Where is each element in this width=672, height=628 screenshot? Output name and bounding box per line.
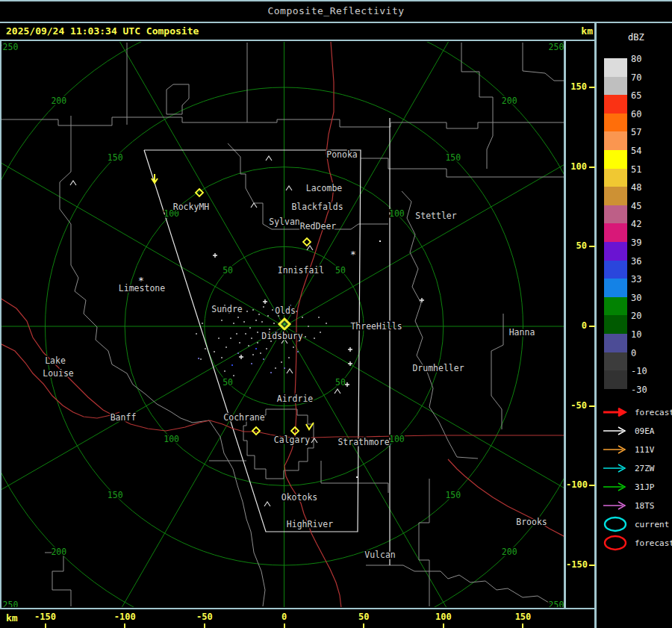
county-boundary [45,553,71,606]
echo-dot [297,351,299,352]
echo-dot [214,351,215,352]
county-boundary [321,461,388,493]
echo-dot [246,311,248,312]
colorbar-band [604,352,627,371]
map-layers: 5050505010010010010015015015015020020020… [1,42,564,607]
county-boundary [167,84,189,114]
radar-map[interactable]: 5050505010010010010015015015015020020020… [1,42,564,607]
city-label: Sylvan [269,217,300,227]
y-tick-label: -50 [566,400,587,411]
echo-dot [245,333,246,335]
city-label: Ponoka [326,149,358,160]
echo-dot [251,363,252,364]
echo-dot [243,321,245,323]
echo-dot [248,345,249,346]
legend-item: 111V [602,443,655,456]
echo-dot [237,352,239,354]
echo-dot [356,476,358,478]
y-tick-label: 0 [566,320,587,331]
colorbar-value-label: 42 [631,219,661,229]
echo-dot [320,332,321,333]
echo-dot [221,320,223,321]
plus-marker [239,355,243,359]
colorbar-band [604,205,627,224]
x-axis-unit-label: km [6,612,18,624]
echo-dot [233,375,234,376]
legend-item-label: 111V [635,445,655,455]
echo-dot [272,309,273,311]
range-ring-label: 250 [549,600,564,607]
colorbar-title: dBZ [628,32,644,43]
x-tick-label: 50 [346,612,382,622]
echo-dot [225,346,227,348]
echo-dot [205,348,206,349]
range-ring-label: 250 [549,42,564,52]
range-ring-label: 100 [389,434,405,444]
y-axis-unit-label: km [567,25,593,37]
colorbar-band [604,58,627,77]
caret-marker [335,389,340,394]
x-tick-mark [45,624,46,628]
echo-dot [326,323,327,324]
city-label: HighRiver [287,519,333,529]
echo-dot [275,367,276,369]
radial-line [1,326,284,526]
caret-marker [251,203,257,208]
range-ring-label: 200 [502,96,517,106]
range-ring-label: 150 [445,490,461,500]
window-title: Composite_Reflectivity [0,5,672,16]
city-label: Limestone [119,283,165,293]
range-ring-label: 250 [3,600,19,607]
echo-dot [266,348,267,349]
legend-arrow-icon [602,406,630,418]
colorbar-value-label: 80 [631,54,661,64]
echo-dot [252,354,254,355]
city-label: ThreeHills [350,321,402,332]
city-label: Brooks [516,517,547,527]
echo-dot [257,342,258,343]
legend-item: 31JP [602,480,655,494]
legend-item: 09EA [602,424,655,438]
colorbar-band [604,131,627,150]
legend-arrow-icon [602,500,630,512]
y-tick-mark [589,565,595,566]
range-ring-label: 200 [502,547,517,557]
echo-dot [263,358,264,360]
map-frame-top [0,40,596,41]
county-boundary [60,116,71,265]
legend-arrow-icon [602,462,630,474]
city-label: Olds [275,305,296,316]
legend-arrow-icon [602,444,630,456]
colorbar-band [604,77,627,96]
colorbar-value-label: 65 [631,90,661,101]
legend-item: 18TS [602,499,655,512]
y-tick-label: 50 [566,240,587,251]
colorbar-value-label: 39 [631,237,661,248]
echo-dot [249,327,251,329]
echo-dot [302,317,303,318]
y-tick-mark [589,246,595,247]
colorbar-value-label: 60 [631,109,661,119]
city-label: Didsbury [261,331,302,341]
colorbar-band [604,334,627,352]
range-ring-label: 100 [389,208,405,219]
county-boundary [209,420,265,606]
county-boundary [461,43,493,169]
echo-dot [273,323,275,324]
y-tick-mark [589,485,595,486]
echo-dot [269,329,270,330]
x-tick-mark [522,624,523,628]
range-ring-label: 50 [223,377,233,388]
legend-arrow-icon [602,425,630,437]
radial-line [284,326,564,526]
county-boundary [419,479,429,606]
plus-marker [213,253,217,258]
echo-dot [251,338,252,339]
titlebar-divider [0,22,672,23]
y-axis: 150100500-50-100-150 [566,41,596,609]
city-label: Calgary [274,435,311,445]
asterisk-marker: * [350,249,356,260]
colorbar-band [604,223,627,242]
range-ring-label: 150 [445,152,461,163]
colorbar-value-label: 30 [631,293,661,303]
